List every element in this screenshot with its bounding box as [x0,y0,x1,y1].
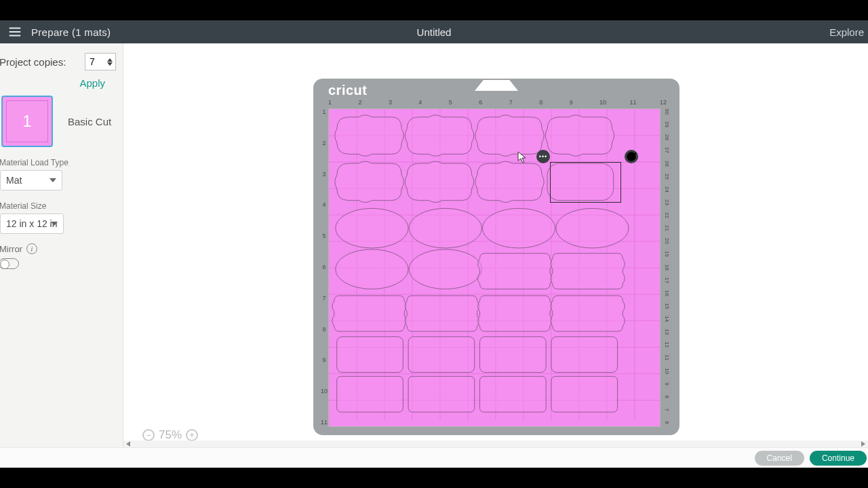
selection-box[interactable] [550,162,621,203]
material-size-label: Material Size [0,199,123,214]
info-icon[interactable]: i [26,243,37,254]
zoom-controls: − 75% + [142,428,198,442]
svg-rect-31 [480,337,547,373]
material-load-type-value: Mat [6,175,22,186]
svg-point-28 [409,249,481,289]
material-size-value: 12 in x 12 in [6,218,58,229]
ruler-vertical-left: 1234567891011 [320,108,328,426]
ruler-horizontal: 123456789101112 [328,99,660,107]
cancel-button[interactable]: Cancel [755,451,804,466]
prepare-label: Prepare (1 mats) [31,26,111,38]
shape-row-7 [337,376,618,412]
scroll-right-icon[interactable] [861,441,865,447]
shape-row-6 [337,337,618,373]
project-copies-input[interactable] [85,56,104,67]
project-title: Untitled [417,26,452,38]
menu-button[interactable] [0,24,30,39]
svg-point-26 [556,208,629,248]
project-copies-stepper[interactable] [85,53,116,70]
brand-logo: cricut [328,83,367,98]
zoom-out-button[interactable]: − [142,429,155,441]
scroll-left-icon[interactable] [126,441,130,447]
letterbox-top [0,0,868,20]
svg-rect-29 [337,337,403,373]
svg-rect-33 [337,376,403,412]
hamburger-icon [7,24,22,39]
mat-surface[interactable] [328,108,660,427]
shape-row-5 [332,296,625,331]
continue-button[interactable]: Continue [810,451,867,466]
rotate-handle[interactable] [625,150,638,163]
horizontal-scrollbar[interactable] [123,441,868,447]
mat-operation-label: Basic Cut [68,116,111,127]
shape-row-3 [336,208,629,248]
zoom-level: 75% [159,428,182,442]
mirror-label: Mirror [0,244,22,254]
svg-rect-36 [551,376,618,412]
svg-point-27 [336,249,408,289]
mirror-toggle[interactable] [0,258,19,269]
material-load-type-select[interactable]: Mat [0,170,62,190]
ruler-vertical-right: 3029282726252423222120191817161514131211… [662,108,671,426]
svg-point-25 [482,208,555,248]
mat-thumbnail[interactable]: 1 [1,96,53,147]
shape-row-4 [336,249,625,289]
canvas-area[interactable]: cricut 123456789101112 1234567891011 302… [123,43,868,447]
stepper-up-icon[interactable] [107,58,113,62]
rotate-icon [625,150,638,163]
svg-rect-30 [408,337,475,373]
footer: Cancel Continue [0,447,868,468]
letterbox-bottom [0,468,868,488]
explore-label[interactable]: Explore [829,26,864,38]
mat-grid [329,109,660,420]
svg-rect-32 [551,337,618,373]
svg-rect-34 [408,376,475,412]
mat-notch-icon [475,80,518,91]
mat-preview: cricut 123456789101112 1234567891011 302… [313,79,679,435]
svg-rect-35 [480,376,547,412]
svg-point-24 [409,208,481,248]
sidebar: Project copies: Apply 1 Basic Cut Materi… [0,43,123,447]
project-copies-label: Project copies: [0,56,85,68]
material-load-type-label: Material Load Type [0,155,123,170]
chevron-down-icon [51,222,58,226]
material-size-select[interactable]: 12 in x 12 in [0,214,64,234]
cursor-icon [517,151,527,163]
zoom-in-button[interactable]: + [186,429,198,441]
stepper-down-icon[interactable] [107,62,113,66]
more-options-button[interactable] [536,150,550,163]
chevron-down-icon [50,178,56,182]
apply-button[interactable]: Apply [0,70,116,93]
svg-point-23 [336,208,408,248]
titlebar: Prepare (1 mats) Untitled Explore [0,20,868,43]
